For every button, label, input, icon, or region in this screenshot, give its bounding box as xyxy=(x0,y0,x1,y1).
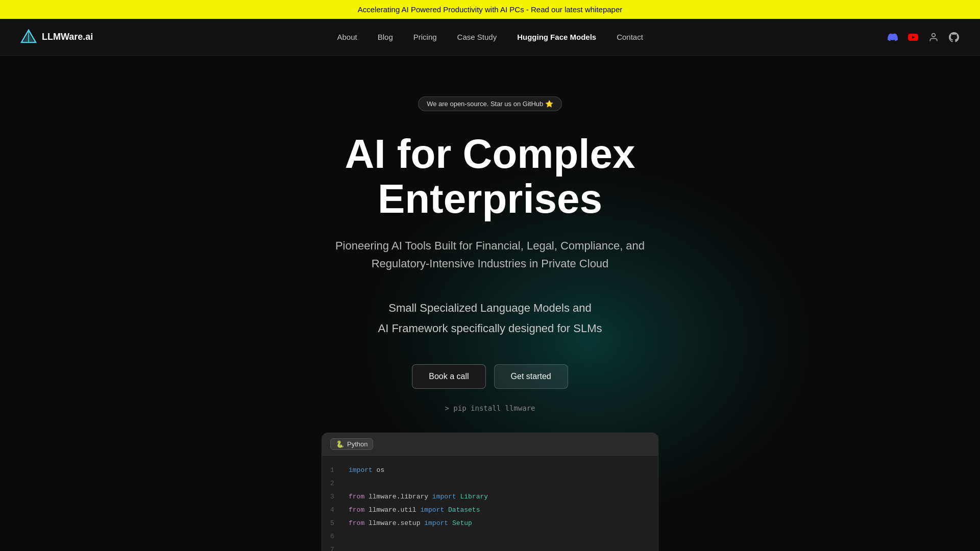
code-line-5: 5 from llmware.setup import Setup xyxy=(330,517,650,530)
code-line-6: 6 xyxy=(330,530,650,543)
code-block: 🐍 Python 1 import os 2 3 from llmware.li… xyxy=(322,433,658,551)
hero-secondary: Small Specialized Language Models and AI… xyxy=(378,298,602,338)
nav-pricing[interactable]: Pricing xyxy=(413,33,437,41)
nav-blog[interactable]: Blog xyxy=(378,33,393,41)
code-header: 🐍 Python xyxy=(322,433,658,456)
code-lang-label: Python xyxy=(347,440,368,448)
get-started-button[interactable]: Get started xyxy=(494,364,568,389)
announcement-banner[interactable]: Accelerating AI Powered Productivity wit… xyxy=(0,0,980,19)
hero-section: We are open-source. Star us on GitHub ⭐ … xyxy=(0,56,980,551)
hero-title: AI for Complex Enterprises xyxy=(260,132,720,221)
code-line-2: 2 xyxy=(330,477,650,490)
logo-icon xyxy=(20,29,37,45)
code-body: 1 import os 2 3 from llmware.library imp… xyxy=(322,456,658,551)
code-line-4: 4 from llmware.util import Datasets xyxy=(330,504,650,517)
hero-buttons: Book a call Get started xyxy=(412,364,568,389)
book-call-button[interactable]: Book a call xyxy=(412,364,485,389)
github-badge-text: We are open-source. Star us on GitHub ⭐ xyxy=(427,100,553,108)
nav-contact[interactable]: Contact xyxy=(617,33,643,41)
code-line-7: 7 xyxy=(330,543,650,551)
code-lang-badge: 🐍 Python xyxy=(330,438,373,450)
hero-subtitle: Pioneering AI Tools Built for Financial,… xyxy=(316,237,664,272)
code-line-3: 3 from llmware.library import Library xyxy=(330,490,650,504)
navbar: LLMWare.ai About Blog Pricing Case Study… xyxy=(0,19,980,56)
nav-case-study[interactable]: Case Study xyxy=(457,33,497,41)
nav-about[interactable]: About xyxy=(337,33,357,41)
youtube-icon[interactable] xyxy=(908,32,919,43)
discord-icon[interactable] xyxy=(887,32,898,43)
logo-area: LLMWare.ai xyxy=(20,29,93,45)
nav-links: About Blog Pricing Case Study Hugging Fa… xyxy=(337,33,643,41)
logo-text: LLMWare.ai xyxy=(42,32,93,42)
hero-secondary-line1: Small Specialized Language Models and xyxy=(378,298,602,318)
hero-secondary-line2: AI Framework specifically designed for S… xyxy=(378,318,602,339)
social-icons-group xyxy=(887,32,960,43)
pip-command: > pip install llmware xyxy=(445,404,535,412)
github-icon[interactable] xyxy=(948,32,960,43)
svg-point-3 xyxy=(932,33,936,37)
code-line-1: 1 import os xyxy=(330,464,650,477)
python-icon: 🐍 xyxy=(336,440,344,448)
banner-text: Accelerating AI Powered Productivity wit… xyxy=(358,5,623,14)
account-icon[interactable] xyxy=(928,32,939,43)
github-badge[interactable]: We are open-source. Star us on GitHub ⭐ xyxy=(418,96,562,111)
nav-hugging-face[interactable]: Hugging Face Models xyxy=(517,33,596,41)
